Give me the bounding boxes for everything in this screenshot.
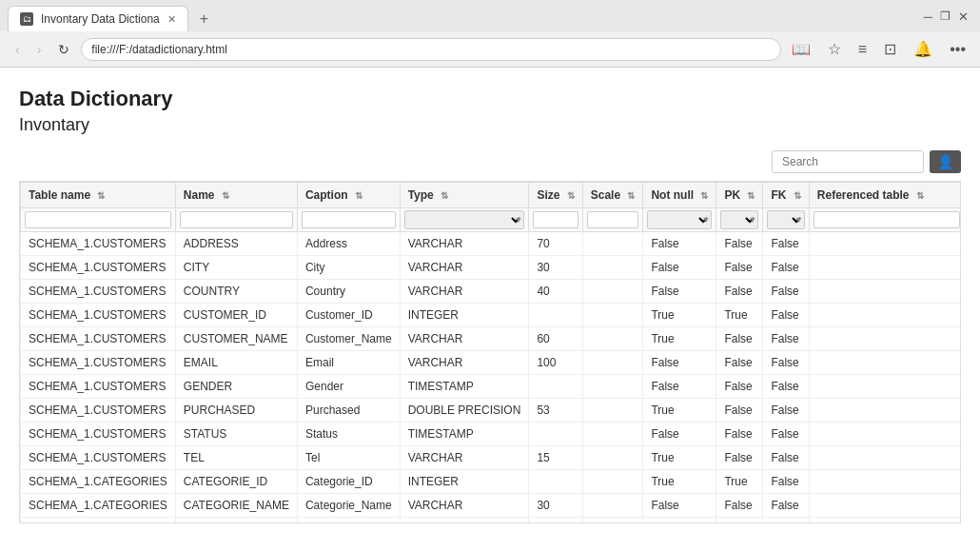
more-menu-icon[interactable]: ••• bbox=[945, 38, 970, 61]
cell-not-null: True bbox=[643, 470, 716, 494]
col-scale[interactable]: Scale ⇅ bbox=[582, 183, 643, 208]
table-header-row: Table name ⇅ Name ⇅ Caption ⇅ Type ⇅ Siz… bbox=[21, 183, 962, 208]
reader-view-icon[interactable]: 📖 bbox=[787, 37, 815, 61]
cell-fk: False bbox=[763, 232, 809, 256]
tab-groups-icon[interactable]: ≡ bbox=[853, 38, 872, 61]
cell-caption: Gender bbox=[297, 375, 400, 399]
filter-not-null[interactable] bbox=[643, 208, 716, 232]
data-table-wrapper[interactable]: Table name ⇅ Name ⇅ Caption ⇅ Type ⇅ Siz… bbox=[19, 181, 961, 523]
col-caption[interactable]: Caption ⇅ bbox=[297, 183, 400, 208]
cell-name: CATEGORIE_ID bbox=[175, 470, 297, 494]
filter-type[interactable] bbox=[400, 208, 529, 232]
filter-not-null-select[interactable] bbox=[647, 210, 712, 229]
sort-arrow: ⇅ bbox=[355, 190, 363, 201]
user-button[interactable]: 👤 bbox=[930, 150, 961, 173]
close-button[interactable]: ✕ bbox=[958, 10, 969, 24]
cell-not-null: True bbox=[643, 327, 716, 351]
col-referenced-table[interactable]: Referenced table ⇅ bbox=[809, 183, 961, 208]
filter-scale[interactable] bbox=[582, 208, 643, 232]
col-size[interactable]: Size ⇅ bbox=[529, 183, 582, 208]
active-tab[interactable]: 🗂 Invontary Data Dictiona ✕ bbox=[8, 6, 188, 31]
filter-referenced-table-input[interactable] bbox=[813, 211, 960, 228]
search-input[interactable] bbox=[772, 150, 924, 173]
filter-size-input[interactable] bbox=[533, 211, 578, 228]
favorites-icon[interactable]: ☆ bbox=[823, 37, 846, 61]
cell-fk: False bbox=[763, 399, 809, 423]
cell-fk: False bbox=[763, 304, 809, 327]
filter-referenced-table[interactable] bbox=[809, 208, 961, 232]
cell-table-name: SCHEMA_1.CUSTOMERS bbox=[21, 256, 176, 280]
cell-pk: False bbox=[716, 232, 763, 256]
sort-arrow: ⇅ bbox=[700, 190, 708, 201]
minimize-button[interactable]: ─ bbox=[924, 10, 932, 24]
tab-close-button[interactable]: ✕ bbox=[167, 13, 176, 26]
filter-fk-select[interactable] bbox=[767, 210, 804, 229]
table-row: SCHEMA_1.CUSTOMERSEMAILEmailVARCHAR100Fa… bbox=[21, 351, 962, 375]
forward-button[interactable]: › bbox=[31, 38, 48, 61]
split-screen-icon[interactable]: ⊡ bbox=[879, 37, 901, 61]
filter-scale-input[interactable] bbox=[587, 211, 639, 228]
cell-fk: False bbox=[763, 327, 809, 351]
back-button[interactable]: ‹ bbox=[10, 38, 26, 61]
cell-caption: Customer_ID bbox=[297, 304, 400, 327]
cell-type: VARCHAR bbox=[400, 494, 529, 518]
cell-not-null: False bbox=[643, 351, 716, 375]
cell-type: VARCHAR bbox=[400, 256, 529, 280]
cell-caption: Purchased bbox=[297, 399, 400, 423]
cell-size bbox=[529, 423, 582, 446]
filter-table-name[interactable] bbox=[21, 208, 176, 232]
filter-caption-input[interactable] bbox=[302, 211, 396, 228]
filter-name[interactable] bbox=[175, 208, 297, 232]
cell-table-name: SCHEMA_1.CATEGORIES bbox=[21, 494, 176, 518]
col-name[interactable]: Name ⇅ bbox=[175, 183, 297, 208]
col-table-name[interactable]: Table name ⇅ bbox=[21, 183, 176, 208]
cell-pk: False bbox=[716, 399, 763, 423]
cell-fk: False bbox=[763, 280, 809, 304]
filter-fk[interactable] bbox=[763, 208, 809, 232]
cell-table-name: SCHEMA_1.CUSTOMERS bbox=[21, 327, 176, 351]
cell-pk: False bbox=[716, 351, 763, 375]
col-fk[interactable]: FK ⇅ bbox=[763, 183, 809, 208]
filter-name-input[interactable] bbox=[180, 211, 293, 228]
cell-caption: Email bbox=[297, 351, 400, 375]
notifications-icon[interactable]: 🔔 bbox=[909, 37, 937, 61]
cell-scale bbox=[582, 494, 643, 518]
filter-table-name-input[interactable] bbox=[25, 211, 171, 228]
tab-title: Invontary Data Dictiona bbox=[41, 12, 160, 26]
filter-pk-select[interactable] bbox=[720, 210, 758, 229]
filter-caption[interactable] bbox=[297, 208, 400, 232]
nav-bar: ‹ › ↻ 📖 ☆ ≡ ⊡ 🔔 ••• bbox=[0, 31, 980, 67]
cell-scale bbox=[582, 375, 643, 399]
cell-size: 30 bbox=[529, 256, 582, 280]
cell-referenced-table bbox=[809, 280, 961, 304]
cell-table-name: SCHEMA_1.ITEMS bbox=[21, 518, 176, 524]
cell-table-name: SCHEMA_1.CUSTOMERS bbox=[21, 351, 176, 375]
filter-type-select[interactable] bbox=[404, 210, 525, 229]
cell-table-name: SCHEMA_1.CUSTOMERS bbox=[21, 280, 176, 304]
refresh-button[interactable]: ↻ bbox=[52, 38, 75, 61]
cell-table-name: SCHEMA_1.CUSTOMERS bbox=[21, 423, 176, 446]
toolbar: 👤 bbox=[19, 150, 961, 173]
tab-bar: 🗂 Invontary Data Dictiona ✕ + ─ ❐ ✕ bbox=[0, 0, 980, 31]
cell-scale bbox=[582, 327, 643, 351]
cell-scale bbox=[582, 232, 643, 256]
col-not-null[interactable]: Not null ⇅ bbox=[643, 183, 716, 208]
cell-type: INTEGER bbox=[400, 304, 529, 327]
restore-button[interactable]: ❐ bbox=[940, 10, 951, 24]
filter-size[interactable] bbox=[529, 208, 582, 232]
table-row: SCHEMA_1.CUSTOMERSCITYCityVARCHAR30False… bbox=[21, 256, 962, 280]
filter-pk[interactable] bbox=[716, 208, 763, 232]
new-tab-button[interactable]: + bbox=[194, 9, 214, 30]
table-row: SCHEMA_1.CUSTOMERSTELTelVARCHAR15TrueFal… bbox=[21, 446, 962, 470]
cell-not-null: False bbox=[643, 518, 716, 524]
col-pk[interactable]: PK ⇅ bbox=[716, 183, 763, 208]
table-row: SCHEMA_1.CATEGORIESCATEGORIE_NAMECategor… bbox=[21, 494, 962, 518]
cell-scale bbox=[582, 446, 643, 470]
cell-referenced-table bbox=[809, 304, 961, 327]
col-type[interactable]: Type ⇅ bbox=[400, 183, 529, 208]
cell-fk: False bbox=[763, 470, 809, 494]
cell-size: 60 bbox=[529, 327, 582, 351]
address-bar[interactable] bbox=[81, 38, 781, 61]
cell-scale bbox=[582, 280, 643, 304]
cell-pk: True bbox=[716, 304, 763, 327]
